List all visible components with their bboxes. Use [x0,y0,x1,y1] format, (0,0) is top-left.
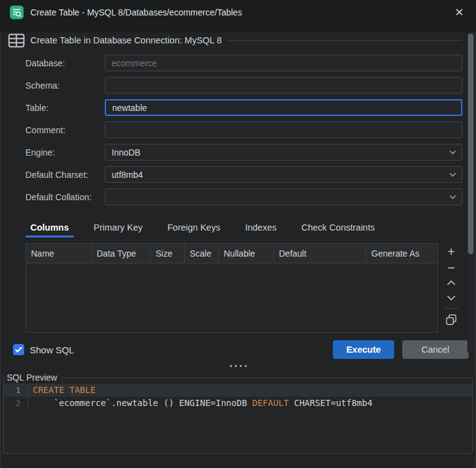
table-row: Table: [25,99,475,116]
group-divider-line [227,40,462,41]
sql-preview-panel: SQL Preview 1 CREATE TABLE 2 `ecommerce`… [3,377,473,454]
line-number: 1 [4,384,29,397]
comment-field [105,121,462,138]
engine-label: Engine: [25,148,105,157]
engine-value: InnoDB [105,148,147,157]
collation-row: Default Collation: [25,188,475,205]
execute-button[interactable]: Execute [333,340,394,359]
engine-row: Engine: InnoDB [25,144,475,161]
show-sql-checkbox[interactable] [13,344,24,355]
table-label: Table: [25,103,105,113]
move-up-button[interactable] [443,275,459,290]
close-icon[interactable]: ✕ [450,3,469,22]
grid-body-empty[interactable] [26,263,438,332]
grid-column-header-name: Name [26,244,92,263]
chevron-down-icon [449,195,456,199]
comment-input[interactable] [105,122,462,138]
grid-column-header-generate-as: Generate As [366,244,438,263]
schema-input[interactable] [105,77,462,93]
create-table-dialog: Create Table - MySQL 8/Databases/ecommer… [0,0,476,468]
sql-line: 1 CREATE TABLE [4,384,472,397]
duplicate-column-button[interactable] [443,312,459,328]
database-field [105,55,462,71]
table-grid-icon [8,33,25,48]
comment-label: Comment: [25,125,105,135]
tab-indexes[interactable]: Indexes [240,221,281,237]
grid-column-header-nullable: Nullable [219,244,274,263]
chevron-down-icon [449,172,456,177]
sql-line: 2 `ecommerce`.newtable () ENGINE=InnoDB … [4,397,472,410]
vertical-scrollbar [467,33,474,352]
move-down-button[interactable] [443,290,459,305]
window-title: Create Table - MySQL 8/Databases/ecommer… [30,7,242,17]
schema-field [105,77,462,94]
charset-select[interactable]: utf8mb4 [105,166,462,183]
line-number: 2 [4,397,29,410]
collation-label: Default Collation: [25,192,105,202]
columns-grid-area: Name Data Type Size Scale Nullable Defau… [25,243,475,333]
database-label: Database: [25,58,105,68]
chevron-down-icon [449,150,456,154]
check-icon [15,347,22,353]
engine-select[interactable]: InnoDB [105,144,462,161]
show-sql-label: Show SQL [30,345,74,355]
sql-code-line: CREATE TABLE [29,384,95,397]
database-input [105,55,462,71]
charset-row: Default Charset: utf8mb4 [25,166,475,183]
create-table-form: Database: Schema: Table: Comment: [1,55,475,205]
charset-value: utf8mb4 [105,170,149,180]
database-row: Database: [25,55,475,71]
grid-column-header-default: Default [274,244,366,263]
grid-column-header-scale: Scale [185,244,219,263]
tab-check-constraints[interactable]: Check Constraints [296,221,379,237]
group-header: Create Table in Database Connection: MyS… [8,32,462,48]
cancel-button[interactable]: Cancel [402,340,469,359]
tab-foreign-keys[interactable]: Foreign Keys [162,221,225,237]
columns-grid: Name Data Type Size Scale Nullable Defau… [25,243,438,333]
grid-toolbar: + − [438,243,464,333]
remove-column-button[interactable]: − [443,259,459,275]
tab-primary-key[interactable]: Primary Key [89,221,148,237]
tab-columns[interactable]: Columns [25,221,74,237]
charset-label: Default Charset: [25,170,105,180]
group-title: Create Table in Database Connection: MyS… [30,35,222,45]
add-column-button[interactable]: + [443,243,459,259]
grid-header: Name Data Type Size Scale Nullable Defau… [26,244,438,263]
splitter-handle[interactable] [1,364,475,367]
grid-column-header-size: Size [151,244,185,263]
table-field [105,99,462,116]
scrollbar-thumb[interactable] [468,33,474,254]
sql-script-search-icon [10,6,24,19]
schema-label: Schema: [25,81,105,91]
dialog-body: Create Table in Database Connection: MyS… [0,32,476,468]
schema-row: Schema: [25,77,475,94]
dialog-footer: Show SQL Execute Cancel [13,340,469,359]
sql-editor[interactable]: 1 CREATE TABLE 2 `ecommerce`.newtable ()… [4,384,472,410]
table-name-input[interactable] [106,100,461,115]
toolbar-divider [444,308,459,309]
collation-select[interactable] [105,188,462,205]
comment-row: Comment: [25,121,475,138]
sql-preview-title: SQL Preview [6,373,61,383]
sql-code-line: `ecommerce`.newtable () ENGINE=InnoDB DE… [29,397,372,410]
grid-column-header-data-type: Data Type [92,244,151,263]
tab-bar: Columns Primary Key Foreign Keys Indexes… [1,221,475,237]
titlebar: Create Table - MySQL 8/Databases/ecommer… [0,0,476,25]
